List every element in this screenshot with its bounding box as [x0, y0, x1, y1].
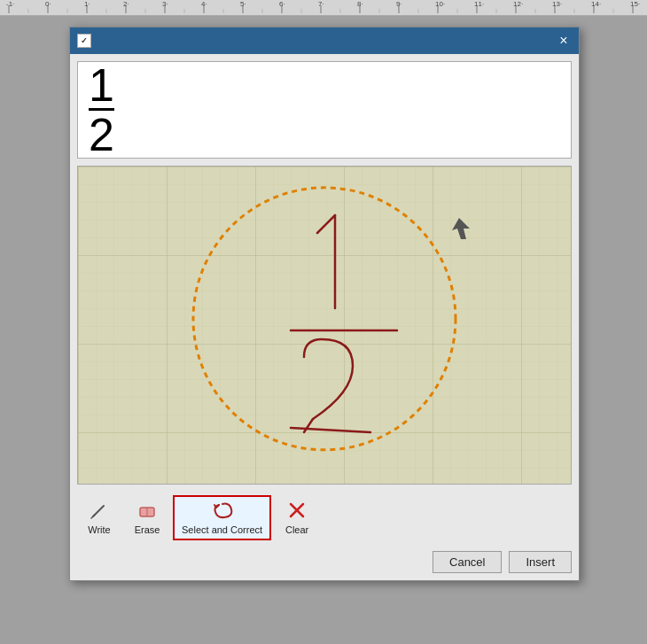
- svg-text:0·: 0·: [45, 0, 51, 8]
- svg-text:4·: 4·: [201, 0, 207, 8]
- erase-icon: [137, 500, 157, 523]
- select-correct-label: Select and Correct: [182, 524, 262, 535]
- svg-text:14·: 14·: [591, 0, 601, 8]
- preview-area: 1 2: [77, 61, 572, 159]
- svg-text:-1·: -1·: [6, 0, 14, 8]
- svg-text:1·: 1·: [84, 0, 90, 8]
- svg-text:5·: 5·: [240, 0, 246, 8]
- dialog-icon: ✓: [77, 34, 91, 48]
- svg-text:9·: 9·: [396, 0, 402, 8]
- action-bar: Cancel Insert: [70, 547, 579, 580]
- write-icon: [90, 500, 109, 523]
- ruler: -1·0·1·2·3·4·5·6·7·8·9·10·11·12·13·14·15…: [0, 0, 647, 16]
- svg-text:2·: 2·: [123, 0, 129, 8]
- preview-numerator: 1: [89, 59, 114, 111]
- preview-denominator: 2: [89, 109, 114, 160]
- dialog: ✓ × 1 2: [69, 27, 580, 581]
- clear-tool-button[interactable]: Clear: [275, 496, 319, 539]
- svg-text:6·: 6·: [279, 0, 285, 8]
- canvas-grid: [78, 167, 571, 484]
- svg-text:10·: 10·: [435, 0, 445, 8]
- toolbar: Write Erase Select and Cor: [70, 490, 579, 547]
- svg-text:13·: 13·: [552, 0, 562, 8]
- titlebar-left: ✓: [77, 34, 91, 48]
- svg-text:3·: 3·: [162, 0, 168, 8]
- clear-label: Clear: [285, 524, 308, 535]
- write-tool-button[interactable]: Write: [77, 496, 121, 539]
- svg-rect-52: [78, 167, 571, 484]
- insert-button[interactable]: Insert: [509, 551, 572, 573]
- dialog-titlebar: ✓ ×: [70, 27, 579, 54]
- canvas-area[interactable]: [77, 166, 572, 485]
- select-correct-icon: [210, 500, 235, 523]
- preview-fraction: 1 2: [89, 65, 114, 156]
- close-button[interactable]: ×: [556, 33, 572, 49]
- select-correct-tool-button[interactable]: Select and Correct: [173, 495, 271, 540]
- erase-tool-button[interactable]: Erase: [125, 496, 169, 539]
- write-label: Write: [88, 524, 110, 535]
- svg-text:8·: 8·: [357, 0, 363, 8]
- cancel-button[interactable]: Cancel: [433, 551, 502, 573]
- svg-text:7·: 7·: [318, 0, 324, 8]
- svg-text:12·: 12·: [513, 0, 523, 8]
- svg-text:11·: 11·: [474, 0, 484, 8]
- clear-icon: [287, 500, 307, 523]
- erase-label: Erase: [135, 524, 160, 535]
- svg-text:15·: 15·: [630, 0, 640, 8]
